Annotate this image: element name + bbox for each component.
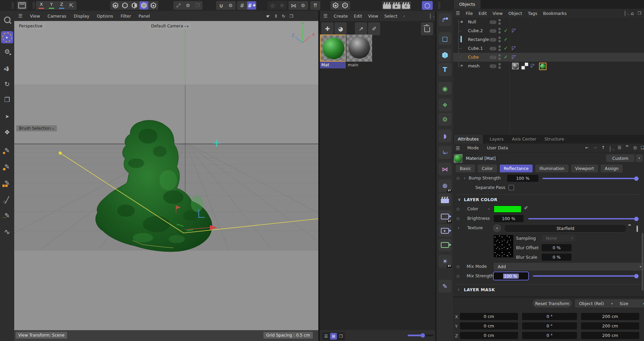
material-item-mat[interactable]: Mat xyxy=(320,35,346,68)
knife-tool[interactable]: ╱○ xyxy=(1,194,13,206)
keyframe-diamond-icon[interactable]: ◇ xyxy=(456,176,459,180)
hamburger-icon[interactable]: ☰ xyxy=(323,13,328,19)
add-light-button[interactable]: ☀ST xyxy=(438,255,451,268)
filter-icon[interactable]: ☰ xyxy=(618,145,621,150)
toggle-view-icon[interactable]: ❐ xyxy=(289,14,293,19)
model-mode-button[interactable] xyxy=(139,1,148,9)
layer-mask-header[interactable]: LAYER MASK xyxy=(464,287,495,292)
tree-row-null[interactable]: ⌖ Null ╱ xyxy=(453,18,644,26)
grid-button[interactable]: # xyxy=(238,1,246,9)
add-render-camera-button[interactable] xyxy=(438,238,451,251)
viewport-menu-cameras[interactable]: Cameras xyxy=(47,14,66,19)
layer-color-header[interactable]: LAYER COLOR xyxy=(464,197,497,202)
editor-visibility-toggle[interactable]: ╱ xyxy=(490,56,496,59)
blur-scale-value[interactable]: 0 % xyxy=(542,254,572,261)
tree-row-cube1[interactable]: Cube.1 ╱ ✓ ◸ xyxy=(453,44,644,53)
interactive-render-button[interactable]: ◯ xyxy=(422,1,433,10)
search-commander-button[interactable] xyxy=(1,14,13,26)
falloff-settings-button[interactable]: ⚙ xyxy=(278,1,286,9)
coordinate-space-dropdown[interactable]: Object (Rel)▾ xyxy=(575,299,616,307)
editor-visibility-toggle[interactable]: ╱ xyxy=(490,20,496,24)
objects-menu-object[interactable]: Object xyxy=(508,11,522,16)
editor-visibility-toggle[interactable]: ╱ xyxy=(490,38,496,42)
tree-item-label[interactable]: mesh xyxy=(468,63,479,68)
separate-pass-checkbox[interactable] xyxy=(509,185,514,190)
mat-tab-color[interactable]: Color xyxy=(478,165,497,172)
phong-tag-icon[interactable]: ◸ xyxy=(512,45,516,51)
extrude-normals-button[interactable]: ⇈ xyxy=(311,1,320,9)
mat-tab-basic[interactable]: Basic xyxy=(456,165,475,172)
add-instance-button[interactable]: ↳▫ xyxy=(438,146,451,159)
material-name-label[interactable]: main xyxy=(346,62,372,68)
perspective-label[interactable]: Perspective xyxy=(16,23,45,29)
lock-z-axis-button[interactable]: Z xyxy=(57,1,66,9)
stack-icon[interactable] xyxy=(637,226,638,231)
visibility-dots[interactable] xyxy=(498,28,501,34)
tree-row-cube2[interactable]: Cube.2 ╱ ✓ ◸ xyxy=(453,26,644,35)
mat-tab-viewport[interactable]: Viewport xyxy=(571,165,598,172)
move-tool[interactable]: ↔↕ xyxy=(1,62,13,74)
objects-menu-edit[interactable]: Edit xyxy=(478,11,487,16)
parent-up-icon[interactable]: ↑ xyxy=(601,145,605,150)
multi-object-move-tool[interactable]: ❖ xyxy=(1,126,13,138)
mat-tab-reflectance[interactable]: Reflectance xyxy=(500,165,533,172)
visibility-dots[interactable] xyxy=(498,54,501,60)
layer-view-button[interactable]: ❐ xyxy=(338,333,344,340)
expand-chevron[interactable]: › xyxy=(464,176,466,180)
uv-tag-icon[interactable] xyxy=(521,63,528,69)
add-spline-button[interactable]: □ xyxy=(438,32,451,45)
keyframe-diamond-icon[interactable]: ◇ xyxy=(456,216,459,221)
add-array-button[interactable]: ❖ xyxy=(438,99,451,111)
tree-item-label[interactable]: Null xyxy=(468,19,476,24)
phong-tag-icon[interactable]: ◸ xyxy=(512,54,516,60)
magnet-settings-button[interactable]: ⚙ xyxy=(226,1,235,9)
tree-row-mesh[interactable]: ⌖ mesh ╱ ◸ xyxy=(453,62,644,70)
texture-type-dropdown[interactable]: ▾ xyxy=(493,224,501,232)
toolbar-grip[interactable] xyxy=(438,2,441,9)
target-icon[interactable]: ◎ xyxy=(633,145,637,150)
tab-attributes[interactable]: Attributes xyxy=(454,135,483,144)
expand-chevron[interactable]: › xyxy=(458,287,459,292)
preset-dropdown[interactable]: Custom xyxy=(606,154,635,162)
coordinate-system-button[interactable]: ⇱ xyxy=(67,1,76,9)
y-size-field[interactable]: 200 cm xyxy=(581,322,639,329)
hamburger-icon[interactable]: ☰ xyxy=(456,146,460,151)
x-rotation-field[interactable]: 0 ° xyxy=(522,313,577,320)
orbit-icon[interactable]: ↻ xyxy=(282,14,285,19)
tab-structure[interactable]: Structure xyxy=(540,135,568,144)
size-mode-dropdown[interactable]: Size▾ xyxy=(615,299,644,307)
objects-menu-file[interactable]: File xyxy=(466,11,473,16)
hamburger-icon[interactable]: ☰ xyxy=(456,10,460,16)
expand-chevron[interactable]: › xyxy=(488,207,490,211)
polygons-mode-button[interactable] xyxy=(130,1,139,9)
x-position-field[interactable]: 0 cm xyxy=(460,313,518,320)
tree-item-label[interactable]: Cube xyxy=(468,55,479,60)
sampling-dropdown[interactable]: None▾ xyxy=(542,235,576,242)
selection-move-tool[interactable]: ➤ xyxy=(1,110,13,123)
viewport-menu-panel[interactable]: Panel xyxy=(138,14,150,19)
add-cube-button[interactable] xyxy=(438,49,451,62)
material-menu-select[interactable]: Select xyxy=(384,14,398,19)
eyedropper-icon[interactable]: ✐ xyxy=(524,205,528,211)
z-size-field[interactable]: 200 cm xyxy=(581,332,639,339)
tree-item-label[interactable]: Cube.1 xyxy=(468,46,483,51)
visibility-dots[interactable] xyxy=(498,45,501,51)
history-forward-icon[interactable]: → xyxy=(593,145,597,150)
tree-item-label[interactable]: Cube.2 xyxy=(468,28,483,33)
dolly-icon[interactable]: ⇕ xyxy=(274,14,278,19)
mix-mode-dropdown[interactable]: Add▾ xyxy=(494,263,644,271)
color-swatch[interactable] xyxy=(494,206,521,213)
delete-material-button[interactable] xyxy=(421,22,433,35)
brightness-slider[interactable] xyxy=(528,218,637,219)
axis-modify-button[interactable]: ⤢ xyxy=(174,1,183,9)
reset-transform-button[interactable]: Reset Transform xyxy=(533,299,572,307)
bump-strength-slider[interactable] xyxy=(542,178,637,179)
visibility-dots[interactable] xyxy=(498,63,501,69)
apply-material-button[interactable]: ↗ xyxy=(355,22,367,35)
axis-settings-button[interactable]: ⚙ xyxy=(184,1,192,9)
menu-overflow-chevron[interactable]: › xyxy=(404,14,405,18)
live-selection-tool[interactable]: ▸ xyxy=(1,31,13,43)
editor-visibility-toggle[interactable]: ╱ xyxy=(490,29,496,33)
magnet-button[interactable]: ∪ xyxy=(217,1,226,9)
viewport-menu-display[interactable]: Display xyxy=(74,14,89,19)
